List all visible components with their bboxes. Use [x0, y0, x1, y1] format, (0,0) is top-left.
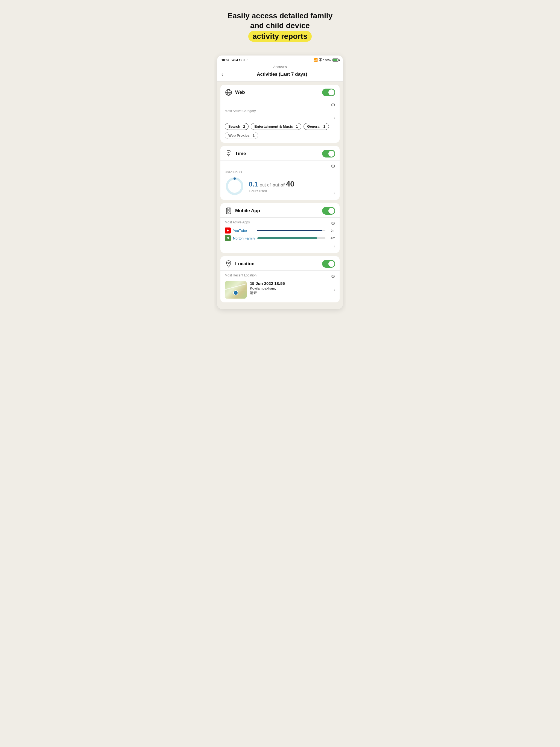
tag-search[interactable]: Search 2 [225, 123, 249, 130]
app-header-main: ‹ Activities (Last 7 days) [222, 70, 338, 78]
location-content: ✓ 15 Jun 2022 18:55 Kovilambakkam, 清奈 › [225, 281, 335, 299]
time-card-header: Time [221, 146, 339, 160]
mobile-card-body: Most Active Apps ⚙ YouTube 5m N Norton F… [221, 217, 339, 253]
hero-highlight: activity reports [248, 31, 312, 42]
wifi-icon: 📶 [313, 58, 318, 62]
map-thumbnail: ✓ [225, 281, 247, 299]
location-date: 15 Jun 2022 18:55 [250, 281, 330, 286]
web-chevron-icon: › [334, 115, 335, 121]
hero-title: Easily access detailed family and child … [223, 11, 337, 42]
time-text: 0.1 out of out of 40 Hours used [249, 180, 295, 193]
status-bar: 18:57 Wed 15 Jun 📶 ⓘ 100% [217, 55, 343, 63]
app-header: Andrew's ‹ Activities (Last 7 days) [217, 63, 343, 81]
svg-point-14 [233, 177, 236, 180]
mobile-app-icon [225, 207, 232, 215]
status-bar-right: 📶 ⓘ 100% [313, 58, 338, 62]
svg-rect-16 [227, 209, 228, 210]
web-header-left: Web [225, 88, 245, 96]
time-card-body: ⚙ Used Hours 0.1 out of out of [221, 160, 339, 200]
norton-icon: N [225, 235, 231, 241]
time-donut-chart [225, 176, 245, 196]
norton-time: 4m [328, 236, 335, 240]
time-chevron-container: › [299, 190, 335, 196]
web-toggle[interactable] [322, 88, 335, 96]
mobile-header-left: Mobile App [225, 207, 260, 215]
status-time: 18:57 [222, 58, 229, 62]
phone-frame: 18:57 Wed 15 Jun 📶 ⓘ 100% Andrew's ‹ Act… [217, 55, 343, 309]
location-chevron-container: › [334, 287, 335, 293]
youtube-bar-fill [257, 230, 322, 231]
back-button[interactable]: ‹ [222, 70, 226, 78]
time-label-hours: Hours used [249, 189, 295, 193]
youtube-time: 5m [328, 229, 335, 232]
time-chevron-icon: › [334, 190, 335, 196]
mobile-chevron-row: › [225, 243, 335, 249]
location-card-body: Most Recent Location ⚙ ✓ 15 Jun 2022 18:… [221, 271, 339, 302]
location-text: 15 Jun 2022 18:55 Kovilambakkam, 清奈 [250, 281, 330, 295]
time-gear-icon[interactable]: ⚙ [331, 163, 335, 169]
svg-rect-20 [227, 212, 228, 213]
web-chevron-row: › [225, 115, 335, 121]
web-card-header: Web [221, 85, 339, 99]
location-place: Kovilambakkam, [250, 286, 330, 290]
location-chevron-icon: › [334, 287, 335, 292]
time-header-left: Time [225, 150, 246, 157]
location-sub: 清奈 [250, 290, 330, 295]
time-icon [225, 150, 232, 157]
youtube-name: YouTube [233, 229, 255, 233]
status-time-date: 18:57 Wed 15 Jun [222, 58, 248, 62]
svg-rect-5 [227, 151, 230, 152]
time-value: 0.1 out of out of 40 [249, 180, 295, 188]
location-card: Location Most Recent Location ⚙ ✓ [221, 256, 339, 302]
svg-rect-17 [229, 209, 230, 210]
time-card: Time ⚙ Used Hours 0.1 [221, 146, 339, 200]
web-gear-icon[interactable]: ⚙ [331, 102, 335, 108]
mobile-app-card: Mobile App Most Active Apps ⚙ YouTube 5m [221, 203, 339, 253]
page-title: Activities (Last 7 days) [226, 72, 338, 77]
youtube-icon [225, 228, 231, 233]
time-toggle[interactable] [322, 150, 335, 157]
norton-bar-container [257, 237, 325, 239]
location-section-label: Most Recent Location [225, 274, 256, 277]
status-date: Wed 15 Jun [232, 58, 248, 62]
web-card: Web ⚙ Most Active Category › Search 2 En… [221, 85, 339, 143]
time-label: Time [235, 151, 246, 156]
svg-rect-21 [229, 212, 230, 213]
web-icon [225, 88, 232, 96]
web-label: Web [235, 90, 245, 95]
tag-general[interactable]: General 1 [304, 123, 329, 130]
svg-line-8 [227, 154, 228, 155]
svg-rect-19 [229, 210, 230, 211]
location-status-icon: ⓘ [319, 58, 322, 62]
svg-rect-15 [226, 208, 231, 214]
youtube-bar-container [257, 230, 325, 231]
mobile-card-header: Mobile App [221, 203, 339, 217]
location-gear-icon[interactable]: ⚙ [331, 274, 335, 279]
mobile-gear-icon[interactable]: ⚙ [331, 221, 335, 226]
location-header-left: Location [225, 260, 255, 268]
time-content: 0.1 out of out of 40 Hours used › [225, 176, 335, 196]
svg-point-12 [227, 179, 242, 194]
web-tags-row: Search 2 Entertainment & Music 1 General… [225, 123, 335, 139]
location-label: Location [235, 261, 255, 266]
tag-webproxies[interactable]: Web Proxies 1 [225, 132, 258, 139]
location-icon [225, 260, 232, 268]
mobile-app-toggle[interactable] [322, 207, 335, 215]
norton-bar-fill [257, 237, 317, 239]
app-header-subtitle: Andrew's [222, 65, 338, 69]
mobile-app-label: Mobile App [235, 208, 260, 213]
main-content: Web ⚙ Most Active Category › Search 2 En… [217, 81, 343, 309]
svg-rect-18 [227, 210, 228, 211]
location-card-header: Location [221, 256, 339, 271]
tag-entertainment[interactable]: Entertainment & Music 1 [251, 123, 301, 130]
time-settings-row: ⚙ [225, 163, 335, 169]
map-pin: ✓ [233, 290, 238, 295]
web-settings-row: ⚙ [225, 102, 335, 108]
mobile-chevron-icon: › [334, 243, 335, 249]
norton-app-row: N Norton Family 4m [225, 235, 335, 241]
youtube-app-row: YouTube 5m [225, 228, 335, 233]
location-toggle[interactable] [322, 260, 335, 268]
svg-line-9 [229, 154, 230, 155]
mobile-section-label: Most Active Apps [225, 221, 250, 224]
norton-name: Norton Family [233, 236, 255, 240]
